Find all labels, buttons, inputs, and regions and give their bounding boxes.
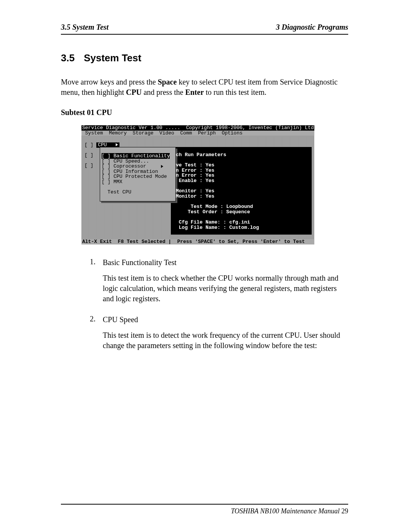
footer-page-number: 29: [341, 507, 348, 515]
intro-b1: Space: [158, 78, 177, 86]
list-body: Basic Functionality Test This test item …: [103, 257, 348, 309]
shot-menu-bar: System Memory Storage Video Comm Periph …: [81, 131, 314, 136]
arrow-right-icon: [116, 143, 118, 146]
params-l8: Test Order : Sequence: [176, 209, 250, 215]
params-l4: Enable : Yes: [176, 178, 214, 184]
section-heading: 3.5System Test: [61, 52, 348, 64]
arrow-right-icon: [161, 165, 163, 168]
submenu-test-cpu: Test CPU: [102, 189, 131, 195]
list-text: This test item is to check whether the C…: [103, 273, 348, 304]
numbered-list: 1. Basic Functionality Test This test it…: [90, 257, 348, 356]
list-number: 1.: [90, 257, 103, 309]
submenu-mmx: [ ] MMX: [102, 179, 123, 185]
footer-text: TOSHIBA NB100 Maintenance Manual 29: [231, 507, 348, 515]
intro-b3: Enter: [185, 88, 204, 96]
intro-t4: to run this test item.: [204, 88, 266, 96]
params-header: ch Run Parameters: [176, 152, 226, 158]
list-number: 2.: [90, 315, 103, 356]
page-header: 3.5 System Test 3 Diagnostic Programs: [61, 23, 348, 34]
list-title: CPU Speed: [103, 315, 348, 325]
shot-body: [ ] CPU [ ] [ ] [ ] Basic Functionality …: [81, 136, 314, 239]
header-right: 3 Diagnostic Programs: [276, 23, 348, 32]
list-body: CPU Speed This test item is to detect th…: [103, 315, 348, 356]
section-title: System Test: [84, 52, 141, 64]
list-item: 2. CPU Speed This test item is to detect…: [90, 315, 348, 356]
header-rule: [61, 34, 348, 35]
shot-run-parameters: ch Run Parameters ve Test : Yes n Error …: [176, 147, 259, 235]
shot-submenu: [ ] Basic Functionality [ ] CPU Speed...…: [100, 147, 176, 201]
list-item: 1. Basic Functionality Test This test it…: [90, 257, 348, 309]
shot-leftcol-brackets: [ ]: [84, 142, 96, 148]
params-l6: Monitor : Yes: [176, 193, 214, 199]
footer-rule: [61, 504, 348, 505]
params-l10: Log File Name: : Custom.log: [176, 225, 259, 230]
page: 3.5 System Test 3 Diagnostic Programs 3.…: [0, 0, 411, 532]
list-text: This test item is to detect the work fre…: [103, 330, 348, 351]
intro-t3: and press the: [142, 88, 185, 96]
intro-t1: Move arrow keys and press the: [61, 78, 158, 86]
shot-title-bar: Service Diagnostic Ver 1.00 ..... Copyri…: [81, 125, 314, 131]
footer-manual: TOSHIBA NB100 Maintenance Manual: [231, 507, 341, 515]
dos-screenshot: Service Diagnostic Ver 1.00 ..... Copyri…: [81, 125, 314, 244]
subtest-heading: Subtest 01 CPU: [61, 108, 348, 117]
intro-b2: CPU: [126, 88, 142, 96]
intro-paragraph: Move arrow keys and press the Space key …: [61, 77, 348, 97]
header-left: 3.5 System Test: [61, 23, 108, 32]
section-number: 3.5: [61, 52, 75, 64]
shot-footer-bar: Alt-X Exit F8 Test Selected | Press 'SPA…: [81, 239, 314, 244]
list-title: Basic Functionality Test: [103, 257, 348, 268]
